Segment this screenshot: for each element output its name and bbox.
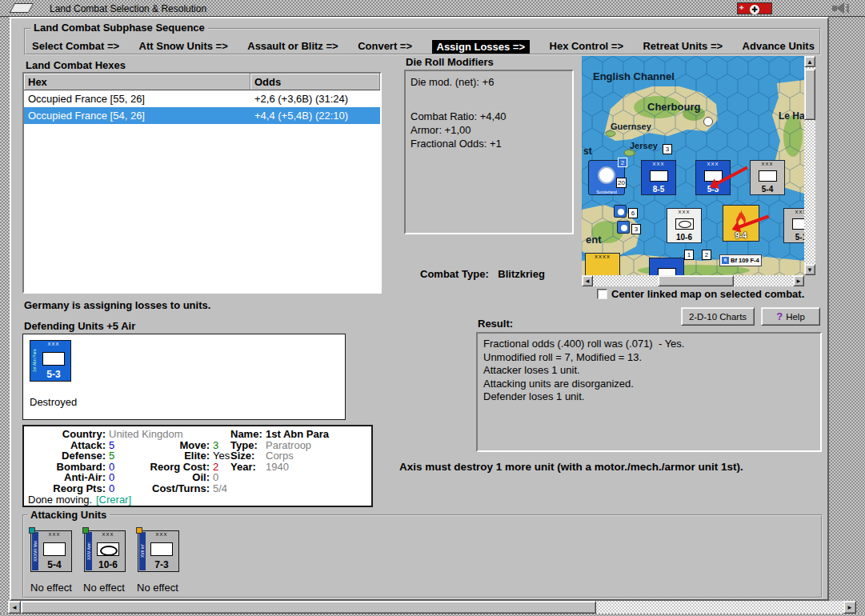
table-row-0[interactable]: Occupied France [55, 26] +2,6 (+3,6B) (3… bbox=[24, 90, 380, 107]
air-chip-badge: 3 bbox=[631, 224, 641, 234]
phase-select-combat: Select Combat => bbox=[32, 40, 119, 54]
air-chip-icon[interactable] bbox=[617, 221, 630, 234]
document-icon bbox=[6, 2, 40, 15]
window-title: Land Combat Selection & Resolution bbox=[50, 3, 206, 14]
map-scroll-down-button[interactable]: ▼ bbox=[804, 264, 815, 275]
die-roll-modifiers-box: Die mod. (net): +6 Combat Ratio: +4,40 A… bbox=[404, 70, 574, 234]
result-line: Unmodified roll = 7, Modified = 13. bbox=[483, 351, 815, 365]
result-line: Attacking units are disorganized. bbox=[483, 378, 815, 391]
sunderland-strength-box: 20 bbox=[616, 178, 627, 188]
bf109-air-chip[interactable]: 6 Bf 109 F-4 bbox=[719, 254, 762, 266]
number-box: 1 bbox=[684, 250, 694, 260]
result-line: Attacker loses 1 unit. bbox=[483, 364, 815, 378]
map-counter-8-5[interactable]: XXX 8-5 bbox=[641, 160, 676, 195]
center-map-checkbox-label[interactable]: Center linked map on selected combat. bbox=[611, 288, 804, 300]
phase-hex-control: Hex Control => bbox=[550, 40, 623, 54]
attacking-unit-counter-3[interactable]: XVII Inf XXX 7-3 bbox=[138, 530, 179, 572]
flag-disc: ✚ bbox=[750, 5, 759, 14]
map-counter-10-6[interactable]: XXX 10-6 bbox=[667, 208, 702, 243]
map-counter-yellow-army[interactable]: XXXX bbox=[585, 253, 620, 275]
window-system-icon[interactable] bbox=[826, 2, 856, 14]
sunderland-caption: Sunderland bbox=[589, 190, 624, 194]
map-vertical-scrollbar[interactable]: ▲ ▼ bbox=[804, 56, 815, 275]
main-scroll-thumb[interactable] bbox=[21, 601, 596, 614]
infantry-symbol bbox=[42, 352, 65, 366]
infantry-symbol bbox=[658, 268, 676, 275]
infantry-symbol bbox=[650, 170, 668, 182]
unit-marker-dot bbox=[29, 527, 35, 534]
map-counter-5-4[interactable]: XXX 5-4 bbox=[750, 160, 785, 195]
defending-units-title: Defending Units +5 Air bbox=[24, 320, 135, 332]
attacker-effect-3: No effect bbox=[137, 582, 178, 594]
frame-left bbox=[0, 17, 10, 616]
sunderland-badge: 2 bbox=[618, 158, 627, 167]
die-mod-net: Die mod. (net): +6 bbox=[410, 75, 567, 89]
attacking-unit-counter-1[interactable]: XXXVII Mot XXX 5-4 bbox=[30, 530, 72, 572]
odds-cell: +4,4 (+5,4B) (22:10) bbox=[250, 107, 380, 124]
defending-unit-counter[interactable]: 1st Abn Para XXX 5-3 bbox=[30, 340, 71, 382]
combat-hexes-table[interactable]: Hex Odds Occupied France [55, 26] +2,6 (… bbox=[22, 72, 382, 294]
map-scroll-up-button[interactable]: ▲ bbox=[804, 56, 815, 67]
table-row-1-selected[interactable]: Occupied France [54, 26] +4,4 (+5,4B) (2… bbox=[24, 107, 380, 124]
info-row-reorg: Reorg Pts: 0 Cost/Turns: 5/4 bbox=[28, 482, 371, 494]
land-combat-window: Land Combat Selection & Resolution ✚ ✚ L… bbox=[0, 0, 865, 616]
assigning-losses-status: Germany is assigning losses to units. bbox=[24, 299, 210, 311]
map-label-english-channel: English Channel bbox=[593, 70, 675, 82]
unit-marker-dot bbox=[82, 527, 89, 534]
infantry-symbol bbox=[792, 218, 804, 230]
column-header-hex: Hex bbox=[24, 74, 250, 90]
attacking-units-title: Attacking Units bbox=[27, 509, 110, 521]
main-scroll-right-button[interactable]: ► bbox=[843, 601, 856, 614]
info-row-attack: Attack: 5 Move: 3 Type: Paratroop bbox=[28, 439, 371, 450]
infantry-symbol bbox=[759, 170, 777, 182]
combat-type-label: Combat Type: bbox=[420, 268, 489, 280]
map-label-south-edge: ent bbox=[586, 234, 602, 246]
commander-link[interactable]: [Crerar] bbox=[96, 494, 131, 506]
axis-instruction: Axis must destroy 1 more unit (with a mo… bbox=[399, 461, 743, 473]
map-counter-blue-partial[interactable] bbox=[649, 258, 684, 275]
help-button[interactable]: ? Help bbox=[761, 307, 820, 326]
odds-cell: +2,6 (+3,6B) (31:24) bbox=[250, 90, 380, 107]
charts-button[interactable]: 2-D-10 Charts bbox=[681, 307, 755, 326]
result-line: Defender loses 1 unit. bbox=[483, 390, 815, 404]
column-header-odds: Odds bbox=[250, 74, 380, 90]
map-scroll-right-button[interactable]: ► bbox=[793, 275, 804, 286]
map-horizontal-scrollbar[interactable]: ◄ ► bbox=[582, 275, 804, 286]
result-box: Fractional odds (.400) roll was (.071) -… bbox=[476, 332, 822, 452]
air-chip-icon[interactable] bbox=[614, 205, 627, 218]
map-label-guernsey: Guernsey bbox=[611, 122, 651, 131]
hex-cell: Occupied France [54, 26] bbox=[24, 107, 250, 124]
sunderland-air-unit[interactable]: 2 20 Sunderland bbox=[588, 160, 625, 195]
main-scroll-left-button[interactable]: ◄ bbox=[8, 601, 21, 614]
info-row-country: Country: United Kingdom Name: 1st Abn Pa… bbox=[28, 428, 371, 439]
map-label-jersey: Jersey bbox=[630, 141, 658, 150]
defender-status: Destroyed bbox=[30, 396, 77, 408]
armor-symbol bbox=[97, 542, 119, 556]
combat-ratio: Combat Ratio: +4,40 bbox=[410, 110, 567, 123]
infantry-symbol bbox=[43, 542, 66, 556]
defending-units-box: 1st Abn Para XXX 5-3 Destroyed bbox=[22, 334, 346, 420]
attacking-unit-counter-2[interactable]: XXIV Arm XXX 10-6 bbox=[84, 530, 126, 572]
phase-assault-or-blitz: Assault or Blitz => bbox=[247, 40, 338, 54]
phase-advance-units: Advance Units bbox=[743, 40, 815, 54]
map-view[interactable]: English Channel Cherbourg Guernsey Jerse… bbox=[582, 56, 804, 275]
die-roll-modifiers-title: Die Roll Modifiers bbox=[406, 56, 494, 68]
title-bar[interactable]: Land Combat Selection & Resolution ✚ ✚ bbox=[0, 0, 865, 17]
map-hscroll-thumb[interactable] bbox=[658, 275, 734, 286]
air-chip-badge: 6 bbox=[628, 208, 638, 218]
seaplane-icon bbox=[598, 166, 615, 184]
map-scroll-left-button[interactable]: ◄ bbox=[582, 275, 593, 286]
map-vscroll-thumb[interactable] bbox=[804, 69, 815, 120]
hex-number-box: 3 bbox=[663, 144, 672, 154]
map-label-west-edge: st bbox=[583, 146, 592, 157]
attacker-effect-2: No effect bbox=[83, 582, 125, 594]
center-map-checkbox[interactable] bbox=[597, 289, 607, 299]
linked-map-panel: English Channel Cherbourg Guernsey Jerse… bbox=[582, 56, 815, 286]
main-horizontal-scrollbar[interactable]: ◄ ► bbox=[8, 601, 856, 614]
map-counter-5-1[interactable]: XXX 5-1 bbox=[783, 208, 804, 243]
help-icon: ? bbox=[776, 310, 783, 322]
info-row-defense: Defense: 5 Elite: Yes Size: Corps bbox=[28, 450, 371, 461]
attacker-effect-1: No effect bbox=[30, 582, 72, 594]
fractional-odds-modifier: Fractional Odds: +1 bbox=[410, 137, 567, 150]
map-label-cherbourg: Cherbourg bbox=[647, 101, 700, 113]
